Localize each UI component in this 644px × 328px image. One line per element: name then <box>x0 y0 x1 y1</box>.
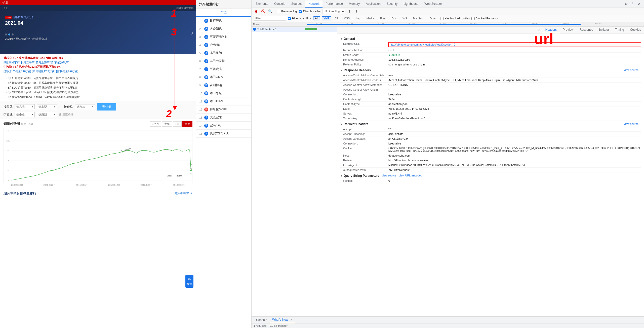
tab-sources[interactable]: Sources <box>288 1 305 8</box>
chart-btn-3m[interactable]: 3个月 <box>150 121 161 127</box>
tab-security[interactable]: Security <box>384 1 400 8</box>
filter-price-wrapper[interactable]: 选价格 <box>75 104 95 109</box>
record-button[interactable]: ⏺ <box>254 9 259 14</box>
preserve-log-checkbox[interactable] <box>277 10 280 13</box>
tab-memory[interactable]: Memory <box>346 1 363 8</box>
news-links-1[interactable]: [5月京城车市] [4月二手车] [5月上海车市] [新能源汽车] <box>4 60 192 65</box>
view-source-response[interactable]: View source <box>623 68 641 71</box>
import-icon[interactable]: ⬆ <box>347 9 352 14</box>
list-item[interactable]: 6 丰 丰田卡罗拉 <box>196 57 251 65</box>
tab-elements[interactable]: Elements <box>253 1 271 8</box>
detail-value-content-length: 9464 <box>388 98 641 101</box>
tab-web-scraper[interactable]: Web Scraper <box>421 1 445 8</box>
view-source-request[interactable]: View source <box>623 122 641 125</box>
list-item[interactable]: 4 哈 哈弗H6 <box>196 41 251 49</box>
details-tab-timing[interactable]: Timing <box>612 27 627 33</box>
filter-brand-wrapper[interactable]: 选品牌 <box>15 104 35 109</box>
tab-console[interactable]: Console <box>271 1 288 8</box>
list-item[interactable]: 11 本 本田XR-V <box>196 97 251 105</box>
list-item[interactable]: 3 五 五菱宏光MIN <box>196 33 251 41</box>
network-tab-cartype[interactable]: 车型 <box>196 9 251 17</box>
query-button[interactable]: 查销量 <box>97 103 116 111</box>
filter-brand-select[interactable]: 选品牌 <box>15 104 35 109</box>
details-tab-headers[interactable]: Headers <box>542 27 560 33</box>
feedback-button[interactable]: ✏ 反馈 <box>185 275 193 288</box>
list-item[interactable]: 2 大 大众朗逸 <box>196 25 251 33</box>
filter-font[interactable]: Font <box>378 16 388 21</box>
request-row-1[interactable]: Total?Secti...=0 <box>252 27 337 32</box>
export-icon[interactable]: ⬇ <box>354 9 359 14</box>
more-link[interactable]: 更多详细排行> <box>174 191 192 195</box>
blocked-requests-checkbox[interactable] <box>471 17 475 20</box>
filter-price-select[interactable]: 选价格 <box>75 104 95 109</box>
sales-list: · 3月厂商销量Top30：合资品牌重夺前三 自主品牌表现稳定 · 3月轿车销量… <box>0 75 196 101</box>
filter-type-select[interactable]: 选车型 <box>37 104 57 109</box>
list-item[interactable]: 8 本 本田CR-V <box>196 73 251 81</box>
details-tab-cookies[interactable]: Cookies <box>627 27 644 33</box>
list-item[interactable]: 15 长 长安CS75PLU <box>196 130 251 138</box>
detail-key-accept: Accept: <box>343 128 388 131</box>
has-blocked-cookies-checkbox[interactable] <box>440 17 444 20</box>
tab-lighthouse[interactable]: Lighthouse <box>400 1 421 8</box>
hide-data-urls-checkbox[interactable] <box>288 17 291 20</box>
filter-level-wrapper[interactable]: 选级别 <box>37 112 57 117</box>
filter-manifest[interactable]: Manifest <box>411 16 426 21</box>
settings-icon[interactable]: ⚙ <box>623 1 629 7</box>
list-item[interactable]: 5 本 本田雅阁 <box>196 49 251 57</box>
list-item[interactable]: 10 本 本田思域 <box>196 89 251 97</box>
details-close[interactable]: ✕ <box>536 27 542 33</box>
has-blocked-cookies-label[interactable]: Has blocked cookies <box>440 17 470 20</box>
search-icon[interactable]: 🔍 <box>268 9 273 14</box>
filter-type-wrapper[interactable]: 选车型 <box>37 104 57 109</box>
chart-btn-6m[interactable]: 半年 <box>162 121 172 127</box>
tab-application[interactable]: Application <box>363 1 384 8</box>
list-item[interactable]: 9 吉 吉利博越 <box>196 81 251 89</box>
detail-key-cookie: Cookie: <box>343 147 388 152</box>
list-item[interactable]: 7 五 五菱宏光 <box>196 65 251 73</box>
filter-enterprise-select[interactable]: 选企业 <box>15 112 35 117</box>
view-source-query[interactable]: view source <box>382 174 396 177</box>
chart-btn-all[interactable]: 全部 <box>182 121 192 127</box>
disable-cache-label[interactable]: Disable cache <box>299 10 320 13</box>
list-item[interactable]: 14 宝 宝马3系 <box>196 122 251 130</box>
detail-row-aca-origin: Access-Control-Allow-Origin: * <box>340 87 641 92</box>
preserve-log-label[interactable]: Preserve log <box>277 10 297 13</box>
clear-button[interactable]: 🗑 清空条件 <box>59 113 73 116</box>
filter-level-select[interactable]: 选级别 <box>37 112 57 117</box>
filter-ws[interactable]: WS <box>400 16 409 21</box>
close-devtools-icon[interactable]: ✕ <box>636 1 642 7</box>
filter-media[interactable]: Media <box>364 16 376 21</box>
bottom-tab-whats-new[interactable]: What's New ✕ <box>270 317 295 323</box>
throttling-select[interactable]: No throttling <box>323 9 345 14</box>
detail-value-remote: 106.38.225.30:80 <box>388 58 641 61</box>
tab-performance[interactable]: Performance <box>323 1 346 8</box>
details-tab-response[interactable]: Response <box>577 27 596 33</box>
blocked-requests-label[interactable]: Blocked Requests <box>471 17 498 20</box>
details-tab-initiator[interactable]: Initiator <box>596 27 612 33</box>
filter-js[interactable]: JS <box>333 16 340 21</box>
clear-button[interactable]: 🚫 <box>261 9 266 14</box>
list-item[interactable]: 12 特 特斯拉Model <box>196 105 251 114</box>
more-options-icon[interactable]: ⋮ <box>630 1 635 7</box>
disable-cache-checkbox[interactable] <box>299 10 302 13</box>
hide-data-urls-label[interactable]: Hide data URLs <box>288 17 312 20</box>
filter-other[interactable]: Other <box>427 16 439 21</box>
item-name-8: 本田CR-V <box>210 75 248 79</box>
filter-img[interactable]: Img <box>353 16 363 21</box>
hero-arrow[interactable]: › <box>191 29 193 37</box>
details-tab-preview[interactable]: Preview <box>560 27 577 33</box>
chart-btn-1y[interactable]: 1年 <box>173 121 182 127</box>
whats-new-close[interactable]: ✕ <box>290 318 293 321</box>
list-item[interactable]: 13 大 大众宝来 <box>196 114 251 122</box>
tab-network[interactable]: Network <box>305 1 323 8</box>
bottom-tab-console[interactable]: Console <box>254 317 270 323</box>
filter-input[interactable] <box>254 16 286 21</box>
list-item[interactable]: 1 日 日产轩逸 <box>196 17 251 25</box>
filter-css[interactable]: CSS <box>342 16 352 21</box>
filter-doc[interactable]: Doc <box>389 16 399 21</box>
view-url-encoded[interactable]: view URL-encoded <box>399 174 422 177</box>
item-icon-11: 本 <box>204 99 208 103</box>
chart-section: 销量趋势图 单位：万辆 3个月 半年 1年 全部 <box>0 119 196 189</box>
filter-enterprise-wrapper[interactable]: 选企业 <box>15 112 35 117</box>
news-links-2[interactable]: [东风日产销量8.8万辆] [本田销量12.9万辆] [吉利销量9.6万辆] <box>4 69 192 74</box>
